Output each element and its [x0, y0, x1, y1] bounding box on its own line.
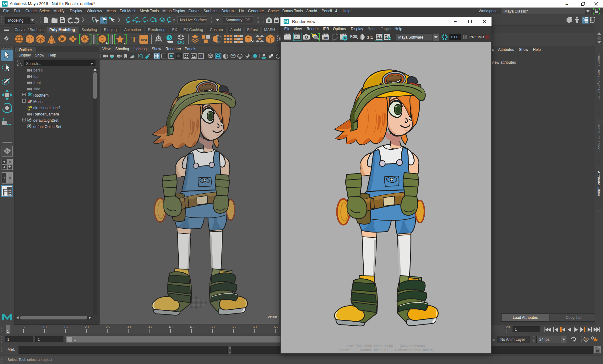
svg-text:side: side: [33, 87, 40, 91]
svg-text:S: S: [317, 38, 319, 41]
svg-text:60: 60: [253, 325, 257, 329]
svg-text:30: 30: [127, 325, 131, 329]
svg-text:RGB: RGB: [350, 35, 358, 38]
svg-text:svg: svg: [141, 38, 147, 41]
svg-text:RootItem: RootItem: [33, 93, 49, 98]
svg-text:top: top: [33, 74, 39, 79]
svg-text:T: T: [131, 35, 137, 44]
svg-text:0,0,0: 0,0,0: [177, 41, 185, 44]
svg-text:120: 120: [504, 325, 510, 329]
svg-text:45: 45: [190, 325, 193, 329]
svg-text:5: 5: [23, 325, 24, 329]
svg-text:IPR: 0MB: IPR: 0MB: [469, 35, 484, 39]
svg-text:1: 1: [7, 329, 9, 333]
svg-text:50: 50: [211, 325, 215, 329]
svg-text:Maya Software: Maya Software: [398, 35, 423, 40]
svg-text:persp: persp: [33, 68, 43, 72]
svg-text:RenderCamera: RenderCamera: [33, 112, 59, 116]
svg-text:20: 20: [85, 325, 89, 329]
svg-text:defaultLightSet: defaultLightSet: [33, 118, 59, 123]
svg-text:defaultObjectSet: defaultObjectSet: [33, 125, 61, 129]
svg-text:15: 15: [64, 325, 68, 329]
svg-text:directionalLight1: directionalLight1: [33, 106, 61, 110]
svg-text:T: T: [200, 54, 202, 58]
svg-text:Mesh: Mesh: [33, 99, 42, 104]
svg-text:{;}: {;}: [596, 349, 599, 352]
svg-text:0.00: 0.00: [451, 35, 458, 39]
svg-text:1:1: 1:1: [367, 35, 373, 40]
svg-text:55: 55: [232, 325, 236, 329]
svg-text:IPR: IPR: [323, 37, 328, 40]
svg-text:40: 40: [169, 325, 172, 329]
svg-text:front: front: [33, 81, 41, 85]
svg-text:25: 25: [106, 325, 110, 329]
svg-text:65: 65: [274, 325, 278, 329]
svg-text:35: 35: [148, 325, 152, 329]
svg-text:10: 10: [43, 325, 46, 329]
svg-text:IPR: IPR: [332, 39, 336, 42]
